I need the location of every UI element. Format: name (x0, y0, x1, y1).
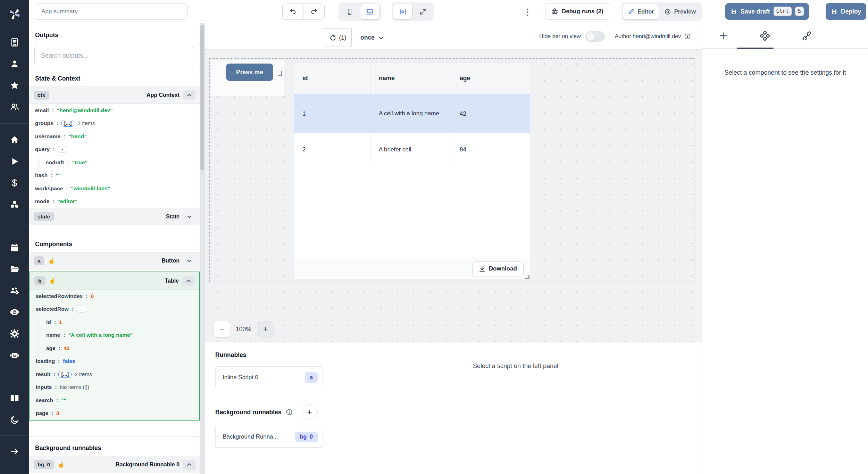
tab-insert-component[interactable] (702, 23, 744, 49)
kv-row: mode:"editor" (29, 195, 200, 208)
folder-icon[interactable] (0, 258, 29, 280)
select-pointer-icon[interactable]: ☝ (49, 277, 56, 284)
kv-row: hash:"" (29, 169, 200, 182)
layout-toggle-group (392, 2, 434, 21)
windmill-logo[interactable] (8, 5, 22, 23)
button-resize-handle[interactable] (278, 71, 282, 76)
group-settings-icon[interactable] (0, 280, 29, 301)
table-resize-handle[interactable] (525, 275, 529, 279)
kv-row: loading:false (30, 355, 199, 368)
expand-array-badge[interactable]: [...] (58, 371, 72, 378)
refresh-button[interactable]: (1) (324, 28, 352, 47)
mobile-view-button[interactable] (340, 4, 359, 19)
dollar-icon[interactable]: $ (0, 172, 29, 194)
building-icon[interactable] (0, 32, 29, 53)
component-a-id-badge[interactable]: a (34, 256, 44, 265)
hide-bar-group: Hide bar on view (539, 31, 605, 42)
cubes-icon[interactable] (0, 194, 29, 215)
kv-row: nodraft:"true" (29, 156, 200, 169)
tab-styling[interactable] (786, 23, 827, 49)
canvas-grid[interactable]: Press me id name age 1 A cell with a lon… (205, 50, 702, 342)
pencil-icon (628, 8, 634, 15)
play-icon[interactable] (0, 151, 29, 172)
component-a-type-label: Button (161, 258, 180, 264)
component-b-collapse-button[interactable] (182, 276, 195, 286)
press-me-button[interactable]: Press me (226, 64, 273, 81)
moon-icon[interactable] (0, 409, 29, 431)
bg0-collapse-button[interactable] (183, 460, 195, 470)
download-button[interactable]: Download (472, 261, 524, 276)
select-pointer-icon[interactable]: ☝ (57, 461, 65, 468)
schedule-dropdown[interactable]: once (360, 28, 384, 47)
zoom-in-button[interactable]: + (257, 321, 274, 338)
background-runnable-item[interactable]: Background Runna... bg_0 (215, 426, 323, 448)
redo-button[interactable] (303, 3, 325, 20)
user-icon[interactable] (0, 53, 29, 75)
kv-row: id:1 (30, 316, 199, 329)
app-canvas-region: (1) once Hide bar on view Author henri@w… (205, 23, 702, 342)
eye-icon[interactable] (0, 301, 29, 323)
zoom-out-button[interactable]: − (213, 321, 230, 338)
state-context-title: State & Context (35, 75, 200, 82)
star-icon[interactable] (0, 75, 29, 96)
component-b-type-label: Table (165, 278, 179, 284)
app-summary-input[interactable] (35, 3, 187, 20)
fullscreen-button[interactable] (413, 4, 433, 19)
gear-icon[interactable] (0, 323, 29, 344)
collapse-arrow-icon[interactable] (0, 441, 29, 462)
kv-row: age:42 (30, 342, 199, 355)
table-row-selected[interactable]: 1 A cell with a long name 42 (294, 94, 530, 133)
inline-script-item[interactable]: Inline Script 0 a (215, 366, 323, 388)
hide-bar-toggle[interactable] (585, 31, 605, 42)
state-section-header: state State (29, 208, 200, 225)
more-menu-button[interactable]: ⋮ (523, 5, 532, 19)
book-icon[interactable] (0, 388, 29, 409)
plus-icon (719, 31, 728, 40)
home-icon[interactable] (0, 129, 29, 151)
table-row[interactable]: 2 A briefer cell 84 (294, 133, 530, 166)
components-icon (760, 31, 770, 41)
info-icon[interactable] (684, 33, 691, 40)
desktop-view-button[interactable] (360, 4, 379, 19)
bg0-type-label: Background Runnable 0 (116, 461, 180, 468)
empty-value-badge[interactable]: - (58, 146, 67, 153)
top-toolbar: ⋮ Debug runs (2) Editor Preview Save dra… (29, 0, 868, 23)
state-expand-button[interactable] (183, 212, 195, 222)
info-icon[interactable] (286, 409, 293, 416)
zoom-level: 100% (236, 326, 251, 333)
background-runnables-section: Background runnables bg_0 ☝ Background R… (29, 436, 200, 474)
undo-button[interactable] (282, 3, 303, 20)
search-outputs-input[interactable] (34, 46, 194, 65)
scrollbar-thumb[interactable] (200, 25, 204, 171)
outputs-panel-scrollbar[interactable] (200, 23, 205, 474)
robot-icon[interactable] (0, 344, 29, 366)
kv-row: search:"" (30, 394, 199, 407)
expand-array-badge[interactable]: [...] (61, 120, 75, 127)
tab-component-settings[interactable] (744, 23, 786, 49)
component-b-id-badge[interactable]: b (34, 276, 45, 285)
deploy-button[interactable]: Deploy (826, 3, 866, 20)
component-a-expand-button[interactable] (183, 256, 195, 266)
empty-value-badge[interactable]: - (77, 306, 86, 313)
center-align-button[interactable] (393, 4, 412, 19)
select-pointer-icon[interactable]: ☝ (48, 257, 55, 265)
save-icon (831, 8, 837, 15)
debug-runs-button[interactable]: Debug runs (2) (545, 3, 609, 20)
author-group: Author henri@windmill.dev (615, 33, 691, 40)
save-draft-button[interactable]: Save draft Ctrl S (725, 3, 809, 20)
editor-preview-toggle: Editor Preview (621, 2, 702, 21)
user-group-icon[interactable] (0, 96, 29, 118)
state-id-badge[interactable]: state (34, 212, 54, 221)
kv-row: workspace:"windmill-labs" (29, 182, 200, 195)
save-icon (731, 8, 737, 15)
ctx-collapse-button[interactable] (183, 90, 195, 100)
background-runnables-title: Background runnables (215, 409, 282, 416)
column-header-name: name (370, 63, 451, 94)
ctx-id-badge[interactable]: ctx (34, 91, 49, 100)
tab-preview[interactable]: Preview (660, 4, 700, 19)
calendar-icon[interactable] (0, 237, 29, 258)
add-background-runnable-button[interactable]: + (302, 404, 318, 420)
tab-editor[interactable]: Editor (623, 4, 659, 19)
kv-row: query:- (29, 143, 200, 156)
bg0-id-badge[interactable]: bg_0 (34, 460, 54, 469)
